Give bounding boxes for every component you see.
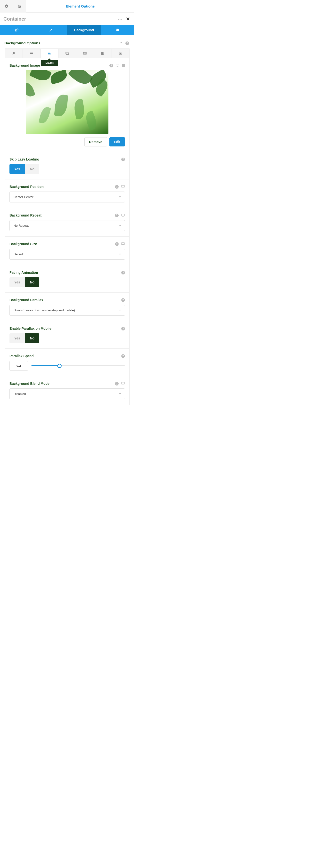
field-bg-repeat: Background Repeat ? No Repeat ▾ [5, 208, 129, 237]
bg-position-label: Background Position [9, 185, 113, 189]
parallax-label: Background Parallax [9, 298, 119, 302]
bg-size-responsive[interactable] [121, 242, 125, 246]
parallax-speed-value[interactable]: 0.3 [9, 361, 28, 371]
svg-rect-25 [122, 185, 124, 187]
bg-position-responsive[interactable] [121, 185, 125, 189]
fading-help[interactable]: ? [121, 271, 125, 275]
blend-select[interactable]: Disabled ▾ [9, 389, 125, 399]
section-title: Background Options [4, 41, 117, 45]
image-preview[interactable] [26, 70, 108, 134]
grid-icon [101, 52, 105, 55]
bg-image-states[interactable] [122, 64, 125, 67]
fading-yes[interactable]: Yes [9, 277, 25, 287]
parallax-mobile-no[interactable]: No [25, 333, 39, 343]
parallax-speed-slider[interactable]: ◂▸ [31, 364, 125, 368]
bg-image-responsive[interactable] [116, 64, 119, 67]
bg-position-select[interactable]: Center Center ▾ [9, 191, 125, 203]
parallax-mobile-toggle: Yes No [9, 333, 39, 343]
edit-button[interactable]: Edit [110, 137, 125, 147]
tab-design[interactable] [34, 25, 67, 35]
skip-lazy-yes[interactable]: Yes [9, 164, 25, 174]
field-parallax-mobile: Enable Parallax on Mobile ? Yes No [5, 321, 129, 349]
general-icon [14, 28, 19, 32]
tab-general[interactable] [0, 25, 34, 35]
bg-position-help[interactable]: ? [115, 185, 119, 189]
subtab-pattern[interactable] [94, 49, 112, 58]
blend-value: Disabled [13, 392, 119, 396]
tab-background[interactable]: Background [67, 25, 101, 35]
svg-point-5 [19, 7, 20, 8]
bg-repeat-responsive[interactable] [121, 213, 125, 217]
video-icon [83, 52, 87, 55]
chevron-down-icon: ▾ [119, 309, 121, 312]
desktop-icon [116, 64, 119, 67]
options-panel: Background Image ? Remove Edit [5, 58, 129, 405]
image-icon [47, 51, 52, 55]
bg-repeat-select[interactable]: No Repeat ▾ [9, 220, 125, 231]
fading-no[interactable]: No [25, 277, 39, 287]
skip-lazy-no[interactable]: No [25, 164, 39, 174]
skip-lazy-label: Skip Lazy Loading [9, 157, 119, 161]
element-title: Container [3, 16, 114, 22]
svg-rect-28 [122, 214, 124, 216]
settings-tab[interactable] [0, 0, 13, 12]
bg-size-select[interactable]: Default ▾ [9, 249, 125, 260]
field-bg-image: Background Image ? Remove Edit [5, 58, 129, 152]
svg-rect-8 [30, 53, 33, 54]
top-title: Element Options [26, 4, 134, 8]
bg-repeat-help[interactable]: ? [115, 214, 119, 217]
subtab-video[interactable] [76, 49, 94, 58]
chevron-down-icon: ▾ [119, 253, 121, 256]
help-icon[interactable]: ? [125, 41, 129, 45]
blend-help[interactable]: ? [115, 382, 119, 385]
parallax-speed-label: Parallax Speed [9, 354, 119, 358]
parallax-select[interactable]: Down (moves down on desktop and mobile) … [9, 305, 125, 316]
subtab-tooltip: IMAGE [41, 60, 58, 66]
subtab-images[interactable] [58, 49, 76, 58]
collapse-icon[interactable] [120, 41, 123, 45]
parallax-speed-help[interactable]: ? [121, 354, 125, 358]
section-header: Background Options ? [0, 35, 134, 49]
bg-image-help[interactable]: ? [110, 64, 113, 67]
bg-size-label: Background Size [9, 242, 113, 246]
bg-size-help[interactable]: ? [115, 242, 119, 246]
bg-image-label: Background Image [9, 64, 107, 67]
bg-repeat-label: Background Repeat [9, 213, 113, 217]
bg-repeat-value: No Repeat [13, 224, 119, 227]
more-icon[interactable]: ⋯ [118, 16, 123, 22]
chevron-down-icon: ▾ [119, 392, 121, 396]
field-blend: Background Blend Mode ? Disabled ▾ [5, 376, 129, 405]
parallax-help[interactable]: ? [121, 298, 125, 302]
skip-lazy-help[interactable]: ? [121, 158, 125, 161]
parallax-mobile-help[interactable]: ? [121, 327, 125, 331]
subtab-color[interactable] [5, 49, 23, 58]
tab-background-label: Background [74, 28, 94, 32]
desktop-icon [121, 213, 125, 217]
desktop-icon [121, 185, 125, 189]
bg-size-value: Default [13, 252, 119, 256]
stack-icon [122, 64, 125, 67]
sliders-tab[interactable] [13, 0, 26, 12]
gradient-icon [29, 52, 34, 55]
tab-extras[interactable] [101, 25, 135, 35]
close-icon[interactable]: ✕ [126, 16, 130, 22]
blend-label: Background Blend Mode [9, 382, 113, 385]
parallax-mobile-yes[interactable]: Yes [9, 333, 25, 343]
subtab-gradient[interactable] [23, 49, 40, 58]
field-bg-position: Background Position ? Center Center ▾ [5, 179, 129, 208]
top-bar: Element Options [0, 0, 134, 12]
skip-lazy-toggle: Yes No [9, 164, 39, 174]
svg-rect-34 [122, 382, 124, 384]
slider-fill [31, 365, 59, 366]
svg-point-21 [120, 53, 121, 54]
blend-responsive[interactable] [121, 382, 125, 385]
svg-rect-15 [101, 52, 104, 55]
slider-thumb[interactable]: ◂▸ [57, 364, 62, 368]
desktop-icon [121, 242, 125, 246]
remove-button[interactable]: Remove [85, 137, 107, 147]
subtab-mask[interactable] [112, 49, 129, 58]
main-tabs: Background [0, 25, 134, 35]
subtab-image[interactable]: IMAGE [41, 49, 58, 58]
paint-icon [12, 52, 16, 55]
circle-icon [118, 52, 123, 55]
